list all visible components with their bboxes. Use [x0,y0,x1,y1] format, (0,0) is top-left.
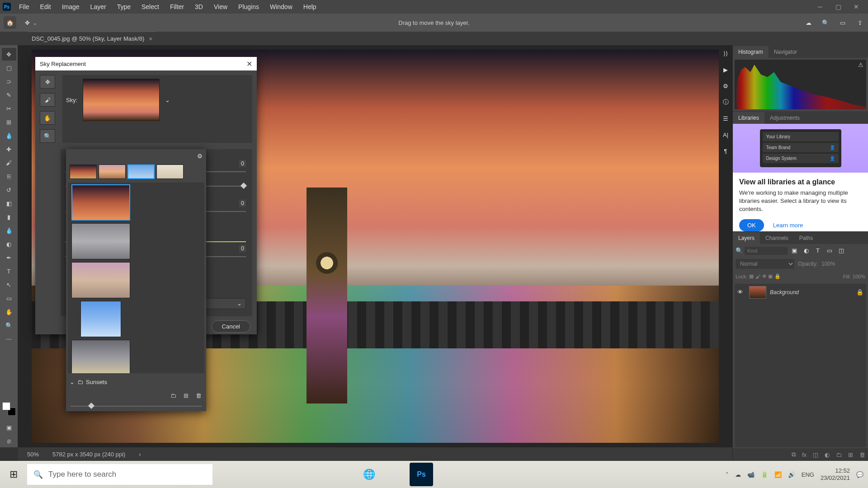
menu-file[interactable]: File [14,1,34,12]
clone-tool[interactable]: ⎘ [2,170,16,183]
healing-tool[interactable]: ✚ [2,143,16,155]
taskbar-search[interactable]: 🔍 Type here to search [27,464,212,485]
new-layer-icon[interactable]: ⊞ [848,451,853,458]
language-indicator[interactable]: ENG [802,471,814,478]
crop-tool[interactable]: ✂ [2,102,16,115]
lasso-tool[interactable]: ⊃ [2,75,16,88]
layer-thumbnail[interactable] [749,286,766,299]
layer-name[interactable]: Background [770,289,799,296]
menu-select[interactable]: Select [137,1,164,12]
move-tool-indicator-icon[interactable]: ✥ [23,18,32,27]
tab-channels[interactable]: Channels [760,232,794,244]
dock-adjust-icon[interactable]: ⚙ [721,81,730,90]
sky-preset-thumb[interactable] [127,164,155,179]
shape-tool[interactable]: ▭ [2,292,16,305]
sky-preset-grid[interactable] [68,183,204,373]
import-folder-icon[interactable]: 🗀 [170,392,176,399]
sky-preset-thumb[interactable] [156,164,184,179]
sky-preset-thumb[interactable] [71,340,130,373]
tab-histogram[interactable]: Histogram [733,46,769,58]
slider-value[interactable]: 0 [239,200,246,207]
eraser-tool[interactable]: ◧ [2,197,16,210]
notifications-icon[interactable]: 💬 [856,471,863,478]
thumbnail-size-slider[interactable] [71,403,202,409]
menu-help[interactable]: Help [299,1,321,12]
foreground-color-swatch[interactable] [2,402,10,410]
mail-icon[interactable]: ✉ [331,463,354,486]
dock-play-icon[interactable]: ▶ [721,65,730,74]
histogram-warning-icon[interactable]: ⚠ [858,61,863,68]
layer-filter-input[interactable] [745,247,788,255]
tray-chevron-icon[interactable]: ˄ [726,471,729,478]
lock-transparent-icon[interactable]: ▦ [749,273,754,279]
zoom-tool[interactable]: 🔍 [2,319,16,332]
close-dialog-icon[interactable]: ✕ [246,60,252,68]
pen-tool[interactable]: ✒ [2,251,16,264]
document-tab[interactable]: DSC_0045.jpg @ 50% (Sky, Layer Mask/8) × [27,32,157,45]
layer-fx-icon[interactable]: fx [802,451,807,458]
zoom-level[interactable]: 50% [27,451,39,458]
layer-mask-icon[interactable]: ◫ [813,451,818,458]
gear-icon[interactable]: ⚙ [197,153,203,160]
tab-layers[interactable]: Layers [733,232,760,244]
dock-character-icon[interactable]: A| [721,130,730,139]
dialog-zoom-tool[interactable]: 🔍 [40,129,55,143]
battery-icon[interactable]: 🔋 [761,471,768,478]
photoshop-app-icon[interactable]: Ps [410,463,433,486]
sky-preset-thumb[interactable] [70,164,97,179]
dialog-brush-tool[interactable]: 🖌 [40,93,55,107]
dock-properties-icon[interactable]: ☰ [721,114,730,123]
window-minimize-icon[interactable]: ─ [811,1,829,12]
slider-value[interactable]: 0 [239,245,246,252]
menu-edit[interactable]: Edit [36,1,56,12]
dock-info-icon[interactable]: ⓘ [721,98,730,107]
filter-smart-icon[interactable]: ◫ [836,246,846,255]
marquee-tool[interactable]: ▢ [2,61,16,74]
slider-value[interactable]: 0 [239,160,246,167]
gradient-tool[interactable]: ▮ [2,211,16,223]
status-chevron-icon[interactable]: › [139,451,141,458]
more-tools-icon[interactable]: ⋯ [2,333,16,345]
task-view-icon[interactable]: ◯ [226,463,250,486]
path-select-tool[interactable]: ↖ [2,278,16,291]
filter-adjust-icon[interactable]: ◐ [801,246,811,255]
cloud-docs-icon[interactable]: ☁ [804,18,813,27]
sky-preset-thumb[interactable] [80,301,121,337]
color-swatches[interactable] [2,402,16,416]
chrome-icon[interactable]: ◉ [383,463,407,486]
quick-select-tool[interactable]: ✎ [2,89,16,101]
menu-3d[interactable]: 3D [190,1,208,12]
menu-view[interactable]: View [209,1,232,12]
filter-image-icon[interactable]: ▣ [789,246,799,255]
clock[interactable]: 12:52 23/02/2021 [821,467,850,481]
lock-all-icon[interactable]: 🔒 [774,273,781,279]
adjustment-layer-icon[interactable]: ◐ [825,451,830,458]
dialog-hand-tool[interactable]: ✋ [40,111,55,125]
tab-libraries[interactable]: Libraries [733,112,764,124]
delete-preset-icon[interactable]: 🗑 [196,392,202,399]
menu-type[interactable]: Type [113,1,135,12]
filter-type-icon[interactable]: T [813,246,823,255]
meet-now-icon[interactable]: 📹 [747,471,755,478]
home-button[interactable]: 🏠 [4,16,16,29]
filter-shape-icon[interactable]: ▭ [825,246,835,255]
hand-tool[interactable]: ✋ [2,305,16,318]
file-explorer-icon[interactable]: 🗂 [278,463,302,486]
frame-tool[interactable]: ⊞ [2,116,16,128]
libraries-learn-more-link[interactable]: Learn more [773,222,803,229]
onedrive-icon[interactable]: ☁ [735,471,741,478]
tab-paths[interactable]: Paths [794,232,819,244]
link-layers-icon[interactable]: ⧉ [792,451,796,458]
quick-mask-icon[interactable]: ▣ [2,421,16,434]
dodge-tool[interactable]: ◐ [2,238,16,250]
cancel-button[interactable]: Cancel [212,320,250,333]
wifi-icon[interactable]: 📶 [774,471,782,478]
dock-expand-icon[interactable]: ⟩⟩ [721,49,730,58]
edge-icon[interactable]: 🌐 [357,463,381,486]
dialog-move-tool[interactable]: ✥ [40,75,55,89]
start-button[interactable]: ⊞ [0,461,27,488]
sky-preset-thumb[interactable] [99,164,126,179]
share-icon[interactable]: ⇪ [855,18,864,27]
sky-preset-thumbnail[interactable] [83,79,160,121]
new-preset-icon[interactable]: ⊞ [184,392,189,399]
